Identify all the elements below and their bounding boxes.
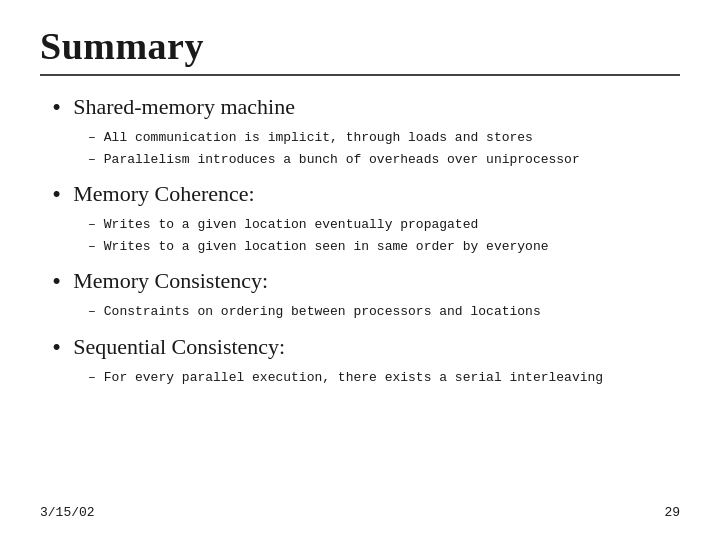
- sub-bullets-3: – Constraints on ordering between proces…: [88, 302, 680, 322]
- bullet-text-2: Memory Coherence:: [73, 181, 254, 207]
- bullet-dot-2: •: [50, 183, 63, 208]
- sub-dash-4-1: –: [88, 370, 96, 385]
- section-shared-memory: • Shared-memory machine – All communicat…: [40, 94, 680, 169]
- bullet-main-3: • Memory Consistency:: [40, 268, 680, 295]
- sub-bullet-2-1: – Writes to a given location eventually …: [88, 215, 680, 235]
- title-divider: [40, 74, 680, 76]
- footer-date: 3/15/02: [40, 505, 95, 520]
- bullet-main-1: • Shared-memory machine: [40, 94, 680, 121]
- section-memory-coherence: • Memory Coherence: – Writes to a given …: [40, 181, 680, 256]
- sub-bullet-1-2: – Parallelism introduces a bunch of over…: [88, 150, 680, 170]
- sub-bullet-text-2-2: Writes to a given location seen in same …: [104, 237, 549, 257]
- slide-footer: 3/15/02 29: [40, 497, 680, 520]
- sub-bullets-4: – For every parallel execution, there ex…: [88, 368, 680, 388]
- bullet-text-1: Shared-memory machine: [73, 94, 295, 120]
- bullet-text-4: Sequential Consistency:: [73, 334, 285, 360]
- sub-bullet-text-1-1: All communication is implicit, through l…: [104, 128, 533, 148]
- sub-bullet-text-4-1: For every parallel execution, there exis…: [104, 368, 603, 388]
- sub-bullet-1-1: – All communication is implicit, through…: [88, 128, 680, 148]
- slide: Summary • Shared-memory machine – All co…: [0, 0, 720, 540]
- sub-bullet-text-1-2: Parallelism introduces a bunch of overhe…: [104, 150, 580, 170]
- bullet-dot-4: •: [50, 336, 63, 361]
- slide-title: Summary: [40, 24, 680, 68]
- sub-bullet-4-1: – For every parallel execution, there ex…: [88, 368, 680, 388]
- bullet-dot-1: •: [50, 96, 63, 121]
- sub-bullet-3-1: – Constraints on ordering between proces…: [88, 302, 680, 322]
- sub-dash-3-1: –: [88, 304, 96, 319]
- section-sequential-consistency: • Sequential Consistency: – For every pa…: [40, 334, 680, 388]
- bullet-dot-3: •: [50, 270, 63, 295]
- bullet-main-2: • Memory Coherence:: [40, 181, 680, 208]
- sub-dash-1-2: –: [88, 152, 96, 167]
- sub-bullets-1: – All communication is implicit, through…: [88, 128, 680, 169]
- sub-bullet-2-2: – Writes to a given location seen in sam…: [88, 237, 680, 257]
- sub-bullet-text-3-1: Constraints on ordering between processo…: [104, 302, 541, 322]
- slide-content: • Shared-memory machine – All communicat…: [40, 94, 680, 497]
- sub-bullet-text-2-1: Writes to a given location eventually pr…: [104, 215, 478, 235]
- footer-page: 29: [664, 505, 680, 520]
- bullet-main-4: • Sequential Consistency:: [40, 334, 680, 361]
- sub-dash-2-1: –: [88, 217, 96, 232]
- sub-dash-1-1: –: [88, 130, 96, 145]
- sub-bullets-2: – Writes to a given location eventually …: [88, 215, 680, 256]
- section-memory-consistency: • Memory Consistency: – Constraints on o…: [40, 268, 680, 322]
- bullet-text-3: Memory Consistency:: [73, 268, 268, 294]
- sub-dash-2-2: –: [88, 239, 96, 254]
